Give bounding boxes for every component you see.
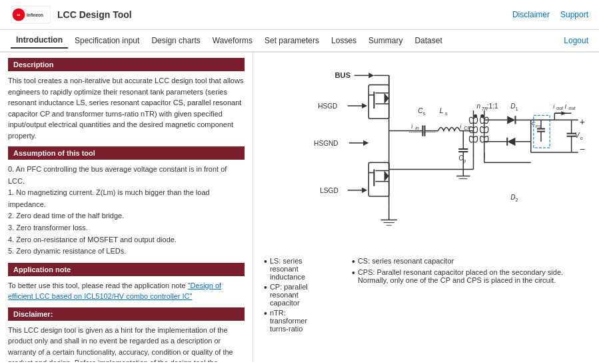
- svg-text:2: 2: [515, 198, 518, 203]
- svg-text:out: out: [556, 106, 564, 111]
- app-note-content: To better use this tool, please read the…: [8, 280, 245, 302]
- svg-text:1: 1: [515, 106, 518, 112]
- svg-point-66: [480, 114, 484, 118]
- svg-text:∞: ∞: [17, 12, 21, 18]
- legend-ls-text: LS: series resonant inductance: [270, 257, 325, 281]
- assumption-2: 2. Zero dead time of the half bridge.: [8, 210, 245, 222]
- legend-ntr: • nTR: transformer turns-ratio: [264, 309, 325, 333]
- legend-cp-text: CP: parallel resonant capacitor: [270, 283, 325, 307]
- svg-text:s: s: [422, 111, 425, 116]
- legend-ls: • LS: series resonant inductance: [264, 257, 325, 281]
- bullet-cs: •: [352, 257, 355, 266]
- svg-text:o: o: [580, 136, 583, 141]
- svg-text:I: I: [564, 103, 566, 110]
- right-panel: BUS HSGD HSGND LSGD: [253, 53, 599, 362]
- legend-ntr-text: nTR: transformer turns-ratio: [270, 309, 325, 333]
- disclaimer-header-text: Disclaimer:: [13, 310, 53, 318]
- nav-items: Introduction Specification input Design …: [11, 33, 448, 49]
- left-panel: Description This tool creates a non-iter…: [0, 53, 253, 362]
- bullet-ls: •: [264, 257, 267, 266]
- assumption-5: 5. Zero dynamic resistance of LEDs.: [8, 246, 245, 258]
- circuit-svg: BUS HSGD HSGND LSGD: [264, 58, 588, 247]
- svg-text:s: s: [445, 111, 448, 116]
- svg-text:PS: PS: [536, 124, 541, 128]
- assumption-0: 0. An PFC controlling the bus average vo…: [8, 164, 245, 187]
- svg-text:out: out: [569, 106, 576, 111]
- bullet-cps: •: [352, 268, 355, 277]
- description-text: This tool creates a non-iterative but ac…: [8, 75, 245, 141]
- nav-specification-input[interactable]: Specification input: [69, 33, 145, 48]
- logout-button[interactable]: Logout: [564, 36, 588, 45]
- nav-design-charts[interactable]: Design charts: [146, 33, 205, 48]
- support-link[interactable]: Support: [560, 10, 588, 19]
- legend-cp: • CP: parallel resonant capacitor: [264, 283, 325, 307]
- svg-text::1:1: :1:1: [487, 102, 498, 110]
- infineon-logo: ∞ Infineon: [11, 5, 51, 24]
- logo-area: ∞ Infineon LCC Design Tool: [11, 5, 132, 24]
- svg-text:Infineon: Infineon: [27, 13, 43, 17]
- assumption-3: 3. Zero transformer loss.: [8, 222, 245, 234]
- circuit-diagram: BUS HSGD HSGND LSGD: [264, 58, 588, 249]
- assumption-1: 1. No magnetizing current. Z(Lm) is much…: [8, 187, 245, 210]
- svg-point-65: [474, 114, 477, 118]
- assumption-list: 0. An PFC controlling the bus average vo…: [8, 164, 245, 258]
- svg-text:BUS: BUS: [335, 71, 351, 79]
- svg-text:−: −: [580, 144, 585, 154]
- legend-cps-text: CPS: Parallel resonant capacitor placed …: [358, 268, 588, 284]
- nav-set-parameters[interactable]: Set parameters: [259, 33, 324, 48]
- description-header: Description: [8, 58, 245, 71]
- nav-introduction[interactable]: Introduction: [11, 33, 68, 49]
- svg-text:HSGND: HSGND: [314, 140, 338, 147]
- app-note-text: To better use this tool, please read the…: [8, 281, 188, 289]
- header-links: Disclaimer Support: [512, 10, 588, 19]
- app-title: LCC Design Tool: [57, 9, 132, 20]
- svg-text:+: +: [580, 116, 585, 127]
- nav-losses[interactable]: Losses: [326, 33, 362, 48]
- svg-text:LSGD: LSGD: [320, 187, 338, 194]
- svg-text:in: in: [415, 126, 419, 131]
- nav-bar: Introduction Specification input Design …: [0, 30, 599, 53]
- app-note-header: Application note: [8, 263, 245, 276]
- svg-text:HSGD: HSGD: [318, 102, 337, 110]
- disclaimer-header: Disclaimer:: [8, 307, 245, 321]
- nav-summary[interactable]: Summary: [363, 33, 408, 48]
- disclaimer-link[interactable]: Disclaimer: [512, 10, 550, 19]
- bullet-ntr: •: [264, 309, 267, 318]
- bullet-cp: •: [264, 283, 267, 292]
- circuit-legend: • LS: series resonant inductance • CP: p…: [264, 257, 588, 333]
- legend-cs: • CS: series resonant capacitor: [352, 257, 588, 266]
- svg-text:L: L: [440, 107, 444, 114]
- disclaimer-text: This LCC design tool is given as a hint …: [8, 325, 245, 362]
- legend-cps: • CPS: Parallel resonant capacitor place…: [352, 268, 588, 284]
- nav-waveforms[interactable]: Waveforms: [207, 33, 258, 48]
- assumption-header: Assumption of this tool: [8, 146, 245, 160]
- assumption-4: 4. Zero on-resistance of MOSFET and outp…: [8, 234, 245, 246]
- legend-cs-text: CS: series resonant capacitor: [358, 257, 454, 265]
- nav-dataset[interactable]: Dataset: [409, 33, 447, 48]
- legend-right: • CS: series resonant capacitor • CPS: P…: [352, 257, 588, 333]
- svg-text:n: n: [477, 102, 481, 110]
- main-content: Description This tool creates a non-iter…: [0, 53, 599, 362]
- header: ∞ Infineon LCC Design Tool Disclaimer Su…: [0, 0, 599, 30]
- legend-left: • LS: series resonant inductance • CP: p…: [264, 257, 325, 333]
